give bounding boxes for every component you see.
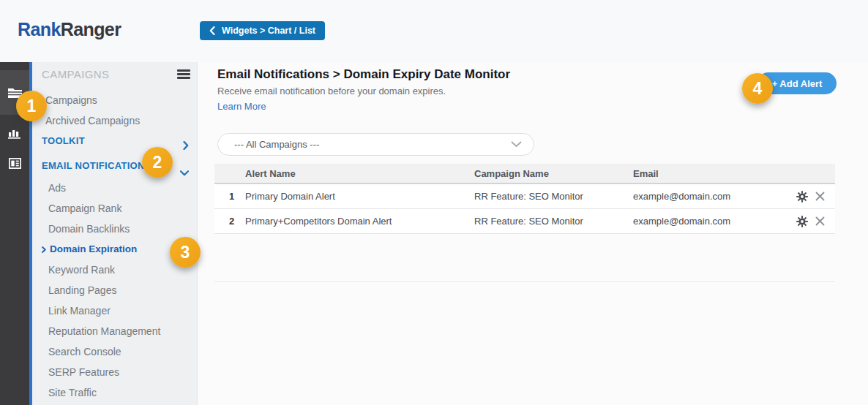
- sidebar-item-link-manager[interactable]: Link Manager: [32, 300, 197, 321]
- campaign-filter-dropdown[interactable]: --- All Campaigns ---: [217, 133, 534, 156]
- campaign-filter-value: --- All Campaigns ---: [234, 139, 319, 150]
- chevron-right-icon: [183, 137, 189, 157]
- bar-chart-icon: [7, 127, 22, 139]
- topbar: RankRanger Widgets > Chart / List: [0, 0, 868, 62]
- active-chevron-icon: [42, 246, 46, 253]
- callout-step-1: 1: [16, 91, 47, 121]
- column-campaign-name: Campaign Name: [474, 168, 633, 179]
- sidebar-item-landing-pages[interactable]: Landing Pages: [32, 280, 197, 300]
- dropdown-chevron-icon: [511, 141, 522, 148]
- sidebar-item-ads[interactable]: Ads: [32, 178, 197, 198]
- logo-text-rank: Rank: [18, 19, 61, 39]
- sidebar-item-campaigns[interactable]: Campaigns: [32, 90, 197, 110]
- page-title: Email Notifications > Domain Expiry Date…: [217, 67, 510, 82]
- cell-alert-name: Primary Domain Alert: [245, 191, 474, 202]
- table-header: Alert Name Campaign Name Email: [214, 164, 835, 184]
- column-email: Email: [633, 168, 779, 179]
- callout-step-2: 2: [142, 147, 173, 178]
- cell-alert-name: Primary+Competitors Domain Alert: [245, 216, 474, 227]
- table-row: 1 Primary Domain Alert RR Feature: SEO M…: [214, 184, 835, 209]
- sidebar-item-keyword-rank[interactable]: Keyword Rank: [32, 260, 197, 280]
- column-alert-name: Alert Name: [245, 168, 474, 179]
- nav-button-label: Widgets > Chart / List: [222, 26, 315, 36]
- cell-email: example@domain.com: [633, 191, 779, 202]
- row-number: 1: [214, 191, 245, 202]
- gear-icon[interactable]: [796, 216, 808, 227]
- alerts-table: Alert Name Campaign Name Email 1 Primary…: [214, 164, 835, 234]
- sidebar-item-domain-backlinks[interactable]: Domain Backlinks: [32, 219, 197, 239]
- sidebar-item-site-traffic[interactable]: Site Traffic: [32, 382, 197, 403]
- sidebar-item-campaign-rank[interactable]: Campaign Rank: [32, 198, 197, 219]
- callout-step-4: 4: [742, 73, 773, 104]
- table-row: 2 Primary+Competitors Domain Alert RR Fe…: [214, 209, 835, 234]
- cell-email: example@domain.com: [633, 216, 779, 227]
- menu-icon[interactable]: [177, 69, 190, 79]
- sidebar-item-serp-features[interactable]: SERP Features: [32, 362, 197, 382]
- app-window: RankRanger Widgets > Chart / List: [0, 0, 868, 405]
- sidebar-item-search-console[interactable]: Search Console: [32, 341, 197, 362]
- cell-campaign-name: RR Feature: SEO Monitor: [474, 191, 633, 202]
- sidebar-item-archived-campaigns[interactable]: Archived Campaigns: [32, 110, 197, 131]
- layout-icon: [9, 158, 21, 169]
- section-divider: [214, 281, 835, 282]
- learn-more-link[interactable]: Learn More: [217, 101, 266, 112]
- logo-text-ranger: Ranger: [61, 19, 121, 39]
- rail-item-reports[interactable]: [0, 117, 29, 149]
- sidebar: CAMPAIGNS Campaigns Archived Campaigns T…: [32, 62, 198, 405]
- rail-item-pages[interactable]: [0, 147, 29, 179]
- sidebar-section-toolkit[interactable]: TOOLKIT: [32, 131, 197, 151]
- chevron-left-icon: [209, 26, 215, 35]
- rankranger-logo[interactable]: RankRanger: [18, 19, 121, 40]
- gear-icon[interactable]: [796, 191, 808, 202]
- main-content: Email Notifications > Domain Expiry Date…: [198, 62, 868, 405]
- close-icon[interactable]: [815, 192, 825, 201]
- widgets-chart-list-button[interactable]: Widgets > Chart / List: [200, 21, 325, 40]
- cell-campaign-name: RR Feature: SEO Monitor: [474, 216, 633, 227]
- sidebar-item-reputation-management[interactable]: Reputation Management: [32, 321, 197, 341]
- row-number: 2: [214, 216, 245, 227]
- callout-step-3: 3: [170, 237, 201, 268]
- sidebar-section-title: CAMPAIGNS: [42, 68, 110, 80]
- close-icon[interactable]: [815, 216, 825, 226]
- page-subtitle: Receive email notification before your d…: [217, 86, 446, 96]
